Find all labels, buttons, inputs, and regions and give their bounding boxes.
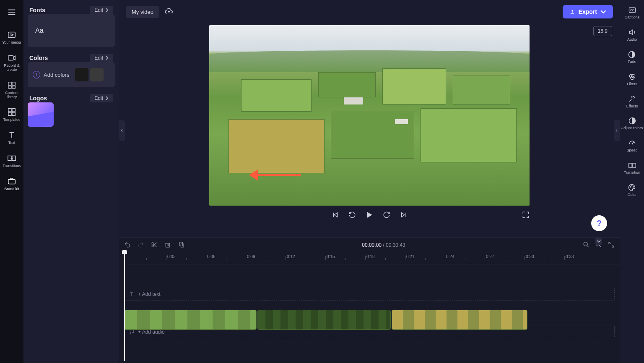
video-track — [124, 310, 527, 330]
top-bar: My video Export — [119, 0, 620, 24]
nav-brand-kit[interactable]: Brand kit — [0, 174, 23, 194]
nav-record-create[interactable]: Record & create — [0, 51, 23, 75]
plus-icon: + — [33, 71, 40, 78]
svg-marker-4 — [11, 34, 13, 36]
skip-start-icon[interactable] — [332, 211, 339, 220]
svg-rect-3 — [8, 32, 16, 38]
timeline: 00:00.00 / 00:30.43 0:030:060:090:120:15… — [119, 237, 620, 363]
svg-line-50 — [612, 245, 614, 247]
nav-label: Templates — [3, 118, 20, 122]
svg-marker-25 — [334, 213, 338, 217]
playhead[interactable] — [124, 252, 125, 361]
colors-heading: Colors — [29, 55, 48, 61]
svg-point-67 — [630, 187, 631, 188]
brand-kit-panel: Fonts Edit Aa Colors Edit + — [23, 0, 119, 363]
cloud-sync-icon[interactable] — [164, 7, 174, 16]
svg-point-68 — [632, 185, 633, 186]
svg-line-49 — [609, 242, 611, 244]
preview-area: ? — [119, 24, 620, 237]
color-swatch[interactable] — [75, 68, 88, 81]
prop-audio[interactable]: Audio — [626, 26, 638, 44]
svg-point-54 — [132, 332, 133, 333]
svg-marker-28 — [402, 213, 405, 217]
svg-text:CC: CC — [630, 9, 634, 12]
fonts-edit-button[interactable]: Edit — [90, 6, 113, 14]
fonts-heading: Fonts — [29, 7, 45, 13]
rewind-icon[interactable] — [348, 211, 356, 220]
timeline-ruler[interactable]: 0:030:060:090:120:150:180:210:240:270:30… — [124, 253, 620, 264]
svg-rect-8 — [12, 82, 15, 85]
svg-rect-11 — [8, 109, 11, 112]
split-icon[interactable] — [151, 241, 158, 249]
colors-edit-button[interactable]: Edit — [90, 54, 113, 62]
nav-templates[interactable]: Templates — [0, 105, 23, 125]
prop-adjust-colors[interactable]: Adjust colors — [621, 114, 644, 133]
nav-label: Text — [8, 141, 16, 145]
nav-label: Record & create — [1, 64, 23, 72]
nav-label: Brand kit — [4, 187, 19, 191]
fullscreen-icon[interactable] — [522, 211, 530, 220]
prop-fade[interactable]: Fade — [627, 48, 637, 67]
nav-label: Your media — [2, 41, 21, 45]
play-icon[interactable] — [365, 211, 374, 221]
playback-controls — [209, 211, 530, 221]
color-swatch[interactable] — [90, 68, 104, 81]
video-clip[interactable] — [257, 310, 391, 330]
help-caret-icon[interactable] — [595, 238, 602, 245]
svg-rect-14 — [12, 112, 15, 115]
collapse-panel-right[interactable] — [614, 120, 620, 141]
undo-icon[interactable] — [124, 241, 131, 249]
video-title[interactable]: My video — [126, 6, 159, 18]
prop-color[interactable]: Color — [627, 181, 638, 200]
prop-captions[interactable]: CC Captions — [624, 3, 641, 22]
forward-icon[interactable] — [383, 211, 390, 220]
font-tile[interactable]: Aa — [28, 14, 115, 47]
prop-filters[interactable]: Filters — [626, 70, 638, 89]
help-button[interactable]: ? — [591, 215, 607, 231]
svg-rect-12 — [12, 109, 15, 112]
zoom-out-icon[interactable] — [583, 241, 589, 249]
text-track[interactable]: + Add text — [124, 288, 615, 300]
svg-rect-66 — [632, 163, 636, 167]
svg-rect-9 — [8, 86, 11, 89]
svg-rect-65 — [628, 163, 632, 167]
collapse-panel-left[interactable] — [119, 120, 125, 141]
svg-point-64 — [632, 144, 633, 144]
left-nav-rail: Your media Record & create Content libra… — [0, 0, 23, 363]
video-clip[interactable] — [392, 310, 527, 330]
nav-your-media[interactable]: Your media — [0, 28, 23, 47]
chevron-down-icon — [600, 9, 606, 15]
logos-edit-button[interactable]: Edit — [90, 94, 113, 102]
svg-marker-27 — [367, 212, 372, 217]
nav-label: Content library — [1, 91, 23, 99]
prop-effects[interactable]: Effects — [626, 92, 639, 111]
svg-rect-36 — [166, 243, 169, 247]
hamburger-menu-icon[interactable] — [7, 3, 16, 24]
nav-text[interactable]: Text — [0, 128, 23, 148]
prop-speed[interactable]: Speed — [626, 136, 638, 155]
svg-rect-5 — [8, 55, 13, 60]
svg-line-35 — [153, 242, 156, 245]
svg-rect-40 — [180, 242, 183, 246]
svg-line-43 — [587, 245, 589, 247]
svg-rect-10 — [12, 86, 15, 89]
nav-content-library[interactable]: Content library — [0, 78, 23, 102]
stage-column: My video Export 16:9 — [119, 0, 620, 363]
svg-marker-57 — [629, 30, 633, 35]
zoom-fit-icon[interactable] — [608, 241, 615, 249]
export-button[interactable]: Export — [563, 5, 613, 18]
nav-transitions[interactable]: Transitions — [0, 151, 23, 171]
svg-point-69 — [633, 187, 634, 188]
video-clip[interactable] — [124, 310, 257, 330]
svg-rect-7 — [8, 82, 11, 85]
logo-tile[interactable] — [28, 102, 54, 127]
video-preview[interactable] — [209, 25, 530, 206]
redo-icon[interactable] — [138, 241, 144, 249]
delete-icon[interactable] — [164, 241, 171, 249]
duplicate-icon[interactable] — [178, 241, 184, 249]
svg-line-34 — [153, 244, 156, 247]
skip-end-icon[interactable] — [400, 211, 407, 220]
nav-label: Transitions — [3, 164, 21, 168]
add-colors-button[interactable]: + Add colors — [33, 71, 69, 78]
prop-transition[interactable]: Transition — [623, 159, 641, 178]
